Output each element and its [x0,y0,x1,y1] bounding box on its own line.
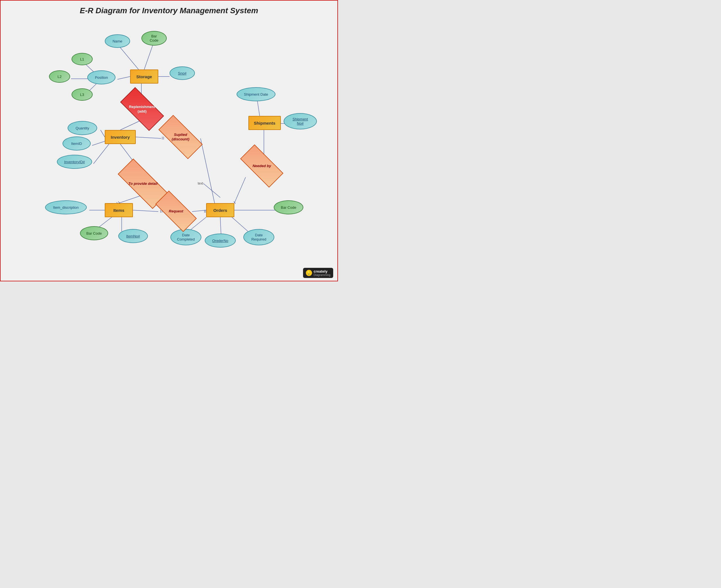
rel-replenishment: Replenishment(add) [122,99,162,120]
svg-line-25 [234,177,246,203]
text-label-text: text [198,182,203,185]
entity-items: Items [105,203,133,217]
attr-inventoryid: InventoryID# [57,155,92,169]
rel-request: Request [156,202,196,221]
svg-line-1 [144,41,154,69]
entity-orders: Orders [206,203,234,217]
attr-item-desc: Item_discription [45,200,87,214]
attr-shipment-date: Shipment Date [237,87,276,101]
svg-line-12 [136,137,161,139]
entity-inventory: Inventory [105,130,136,144]
svg-line-29 [203,184,220,197]
attr-quantity: Quantity [67,121,97,135]
attr-l1: L1 [72,53,93,65]
attr-barcode-items: Bar Code [80,226,108,240]
attr-date-completed: DateCompleted [171,229,201,245]
svg-line-16 [133,210,158,212]
attr-l3: L3 [72,88,93,101]
svg-line-13 [201,139,215,203]
attr-position: Position [87,70,116,84]
svg-line-9 [101,130,105,137]
rel-to-provide-detail: To provide detail [118,173,167,195]
attr-barcode-storage: BarCode [141,31,167,46]
logo-bulb-icon: 💡 [306,270,312,276]
attr-orderno: OrederNo [205,233,236,248]
entity-storage: Storage [130,69,158,84]
attr-l2: L2 [49,70,70,83]
attr-name: Name [105,34,130,48]
rel-supplied: Suplied(discount) [160,127,201,147]
svg-line-0 [117,44,139,69]
svg-line-22 [220,217,221,235]
attr-itemno: ItemNo# [118,229,148,243]
attr-sno: Sno# [169,66,195,80]
attr-itemid: ItemID [62,136,91,150]
attr-shipment-no: ShipmentNo# [284,113,317,129]
attr-barcode-orders: Bar Code [274,200,303,214]
svg-line-10 [92,141,105,145]
svg-line-11 [94,144,109,164]
diagram-title: E-R Diagram for Inventory Management Sys… [1,1,337,18]
svg-line-8 [120,120,141,130]
svg-line-2 [117,77,130,79]
entity-shipments: Shipments [248,116,281,130]
diagram-container: E-R Diagram for Inventory Management Sys… [0,0,338,281]
creately-logo: 💡 creately Diagramming [303,268,333,278]
attr-date-required: DateRequired [243,229,274,245]
rel-needed-by: Needed by [241,156,282,176]
